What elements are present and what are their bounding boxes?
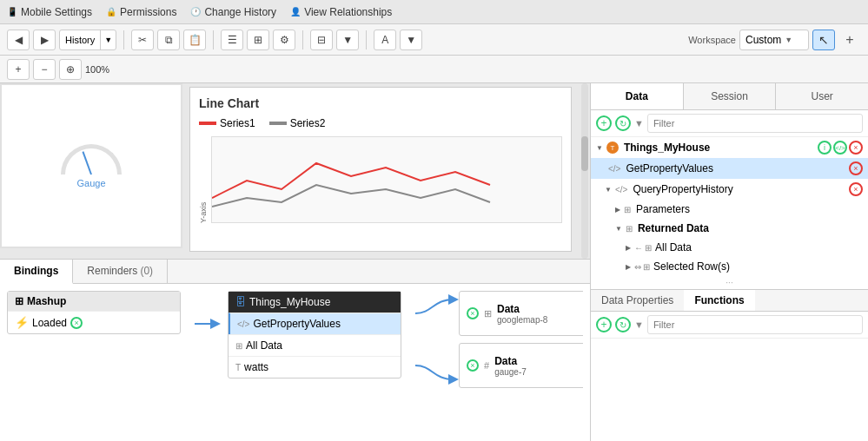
- remove-widget-btn[interactable]: −: [33, 59, 56, 80]
- info-btn[interactable]: i: [818, 141, 832, 155]
- cursor-button[interactable]: ↖: [812, 30, 835, 50]
- target-box-2[interactable]: × # Data gauge-7: [459, 343, 583, 388]
- refresh-data-btn[interactable]: ↻: [615, 115, 631, 131]
- things-label: Things_MyHouse: [249, 296, 330, 308]
- tree-parameters[interactable]: ▶ ⊞ Parameters: [591, 200, 868, 219]
- chart-plot-area: [211, 136, 562, 223]
- close-btn-qph[interactable]: ×: [849, 182, 863, 196]
- workspace-area: Workspace Custom ▼ ↖ +: [688, 30, 861, 50]
- canvas-area[interactable]: Gauge Line Chart Series1 Series2 Y-axis: [0, 83, 590, 259]
- bottom-right-tabs: Data Properties Functions: [591, 290, 868, 312]
- target1-close-btn[interactable]: ×: [467, 307, 479, 319]
- tab-user[interactable]: User: [776, 83, 868, 109]
- target1-sublabel: googlemap-8: [497, 315, 547, 325]
- get-property-values-item[interactable]: </> GetPropertyValues: [229, 313, 401, 334]
- scrollbar-thumb[interactable]: [581, 136, 588, 171]
- canvas-scrollbar[interactable]: [581, 83, 588, 259]
- series1-label: Series1: [220, 117, 255, 129]
- menu-item-permissions[interactable]: 🔒 Permissions: [106, 6, 176, 18]
- gauge-widget[interactable]: Gauge: [0, 83, 182, 248]
- layout-btn-1[interactable]: ☰: [221, 30, 243, 50]
- tree-all-data[interactable]: ▶ ← ⊞ All Data: [591, 238, 868, 257]
- add-widget-btn[interactable]: +: [7, 59, 30, 80]
- watts-item[interactable]: T watts: [229, 356, 401, 378]
- close-btn-gpv[interactable]: ×: [849, 161, 863, 175]
- arrow-svg-1: [195, 315, 221, 332]
- tree-returned-data[interactable]: ▼ ⊞ Returned Data: [591, 219, 868, 238]
- forward-button[interactable]: ▶: [33, 30, 56, 50]
- history-dropdown[interactable]: History ▼: [59, 30, 116, 50]
- refresh-function-btn[interactable]: ↻: [615, 317, 631, 332]
- target1-table-icon: ⊞: [484, 308, 492, 319]
- close-btn-things[interactable]: ×: [849, 141, 863, 155]
- chart-widget[interactable]: Line Chart Series1 Series2 Y-axis: [189, 87, 572, 252]
- data-filter-input[interactable]: [647, 114, 863, 133]
- separator-1: [123, 30, 124, 49]
- table-icon-ad: ⊞: [235, 341, 242, 351]
- y-axis-label: Y-axis: [199, 136, 208, 223]
- user-tab-label: User: [812, 90, 833, 102]
- lightning-icon: ⚡: [15, 316, 29, 329]
- menu-item-view-relationships[interactable]: 👤 View Relationships: [290, 6, 392, 18]
- grid-arrow-button[interactable]: ▼: [336, 30, 359, 50]
- paste-button[interactable]: 📋: [183, 30, 206, 50]
- bindings-content: ⊞ Mashup ⚡ Loaded ×: [0, 284, 590, 441]
- menu-item-change-history[interactable]: 🕐 Change History: [190, 6, 276, 18]
- functions-filter-input[interactable]: [647, 315, 863, 334]
- target2-sublabel: gauge-7: [494, 367, 527, 377]
- layout-btn-2[interactable]: ⊞: [247, 30, 269, 50]
- grid-button[interactable]: ⊟: [310, 30, 333, 50]
- tab-data[interactable]: Data: [591, 83, 684, 109]
- separator-3: [302, 30, 303, 49]
- text-arrow-btn[interactable]: ▼: [400, 30, 422, 50]
- add-data-btn[interactable]: +: [596, 115, 612, 131]
- tree-selected-rows[interactable]: ▶ ⇔ ⊞ Selected Row(s): [591, 257, 868, 276]
- tree-get-property-values[interactable]: </> GetPropertyValues ×: [591, 158, 868, 179]
- zoom-controls: + − ⊕ 100%: [7, 59, 109, 80]
- settings-button[interactable]: ⚙: [273, 30, 295, 50]
- text-btn[interactable]: A: [374, 30, 396, 50]
- menu-item-mobile-settings[interactable]: 📱 Mobile Settings: [7, 6, 92, 18]
- add-function-btn[interactable]: +: [596, 317, 612, 332]
- tab-bindings[interactable]: Bindings: [0, 260, 73, 284]
- add-button[interactable]: +: [838, 30, 861, 50]
- filter-icon: ▼: [634, 118, 644, 128]
- loaded-close-btn[interactable]: ×: [70, 317, 83, 329]
- left-panel: Gauge Line Chart Series1 Series2 Y-axis: [0, 83, 591, 441]
- tree-query-property-history[interactable]: ▼ </> QueryPropertyHistory ×: [591, 179, 868, 200]
- target-column: × ⊞ Data googlemap-8: [415, 291, 583, 434]
- main-toolbar: ◀ ▶ History ▼ ✂ ⧉ 📋 ☰ ⊞ ⚙ ⊟ ▼ A ▼ Worksp…: [0, 24, 868, 56]
- gauge-needle: [82, 151, 91, 174]
- zoom-fit-btn[interactable]: ⊕: [59, 59, 82, 80]
- data-properties-label: Data Properties: [601, 294, 673, 306]
- copy-button[interactable]: ⧉: [157, 30, 180, 50]
- bottom-right-panel: Data Properties Functions + ↻ ▼: [591, 289, 868, 441]
- bottom-tabs-panel: Bindings Reminders (0) ⊞ Mashup: [0, 259, 590, 441]
- back-button[interactable]: ◀: [7, 30, 30, 50]
- tab-data-properties[interactable]: Data Properties: [591, 290, 684, 311]
- tree-things-myhouse[interactable]: ▼ T Things_MyHouse i </> ×: [591, 137, 868, 158]
- code-btn[interactable]: </>: [833, 141, 847, 155]
- get-property-values-right-label: GetPropertyValues: [626, 162, 847, 174]
- arrow-connector-1: [195, 315, 221, 332]
- thing-icon: T: [606, 142, 619, 154]
- tab-reminders[interactable]: Reminders (0): [73, 260, 168, 283]
- workspace-dropdown[interactable]: Custom ▼: [739, 30, 809, 50]
- history-label: History: [60, 35, 100, 45]
- code-icon-right: </>: [608, 164, 620, 174]
- cut-button[interactable]: ✂: [131, 30, 154, 50]
- tab-functions[interactable]: Functions: [684, 290, 754, 311]
- tree-expand-arrow-1: ▼: [596, 144, 603, 152]
- target-2-row: × # Data gauge-7: [415, 343, 583, 388]
- tree-expand-arrow-rd: ▼: [615, 225, 622, 233]
- text-icon-w: T: [235, 363, 241, 372]
- returned-data-label: Returned Data: [638, 222, 863, 234]
- separator-dots-right: ···: [591, 276, 868, 289]
- target-box-1[interactable]: × ⊞ Data googlemap-8: [459, 291, 583, 336]
- all-data-item[interactable]: ⊞ All Data: [229, 334, 401, 356]
- mashup-header: ⊞ Mashup: [8, 292, 180, 311]
- tab-session[interactable]: Session: [684, 83, 777, 109]
- target2-close-btn[interactable]: ×: [467, 359, 479, 372]
- lock-icon: 🔒: [106, 7, 116, 16]
- series2-label: Series2: [290, 117, 326, 129]
